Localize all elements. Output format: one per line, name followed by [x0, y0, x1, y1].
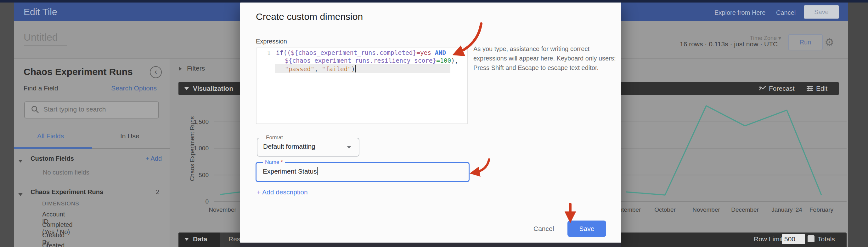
expression-label: Expression [256, 38, 287, 45]
code-line: if((${chaos_experiment_runs.completed}=y… [276, 49, 446, 56]
screen: Edit Tile Explore from Here Cancel Save … [0, 0, 868, 247]
required-asterisk: * [281, 159, 283, 165]
right-strip [848, 2, 868, 247]
dialog-cancel-button[interactable]: Cancel [533, 225, 554, 232]
name-field[interactable]: Name * Experiment Status [255, 162, 470, 182]
text-cursor [355, 65, 355, 73]
name-label: Name * [263, 159, 285, 165]
dialog-title: Create custom dimension [256, 11, 363, 22]
editor-line-number: 1 [265, 50, 271, 56]
totals-checkbox[interactable] [808, 235, 814, 242]
row-limit-label: Row Limit [754, 235, 783, 243]
expression-help-text: As you type, assistance for writing corr… [473, 44, 617, 73]
format-label: Format [264, 135, 285, 141]
chevron-down-icon [184, 238, 189, 241]
chart-line-right-segment [626, 106, 822, 195]
results-tab-label: Res [228, 235, 240, 243]
text-cursor [317, 167, 317, 175]
chevron-down-icon [347, 146, 351, 149]
format-value: Default formatting [263, 143, 315, 150]
code-line: ${chaos_experiment_runs.resiliency_score… [285, 57, 459, 64]
add-description-link[interactable]: + Add description [257, 188, 308, 196]
code-line: "passed", "failed") [285, 65, 355, 73]
data-label: Data [193, 235, 208, 243]
name-value: Experiment Status [263, 167, 317, 175]
dialog-save-button[interactable]: Save [567, 221, 606, 237]
chart-line-left-segment [220, 192, 241, 194]
dialog-bottom-shadow [240, 243, 621, 247]
top-strip [0, 0, 868, 2]
format-select[interactable]: Format Default formatting [257, 138, 360, 157]
left-strip [0, 2, 14, 247]
tab-results[interactable]: Res [220, 232, 240, 247]
totals-label: Totals [818, 235, 835, 243]
row-limit-input[interactable]: 500 [782, 234, 805, 244]
